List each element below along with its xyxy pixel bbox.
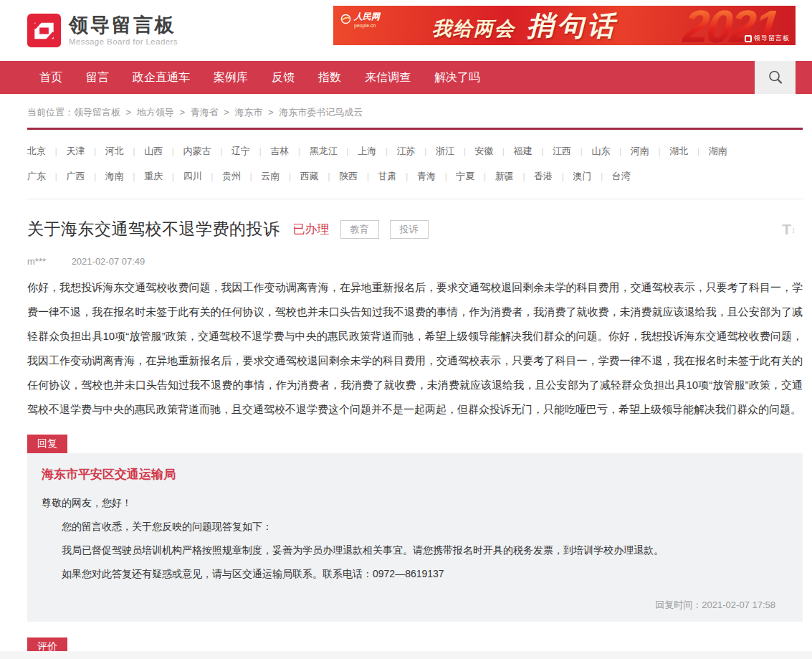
nav-item[interactable]: 留言: [86, 61, 109, 94]
breadcrumb: 当前位置：领导留言板地方领导青海省海东市海东市委书记鸟成云: [0, 94, 812, 119]
region-link[interactable]: 安徽: [474, 146, 513, 156]
region-links: 北京天津河北山西内蒙古辽宁吉林黑龙江上海江苏浙江安徽福建江西山东河南湖北湖南 广…: [27, 130, 803, 199]
nav-item[interactable]: 来信调查: [365, 61, 411, 94]
reply-paragraph: 我局已督促驾驶员培训机构严格按照规章制度，妥善为学员办理退款相关事宜。请您携带报…: [42, 539, 785, 562]
region-link[interactable]: 西藏: [300, 171, 339, 181]
nav-item[interactable]: 指数: [318, 61, 341, 94]
region-link[interactable]: 青海: [417, 171, 456, 181]
reply-paragraph: 如果您对此答复还有疑惑或意见，请与区交通运输局联系。联系电话：0972—8619…: [42, 562, 785, 586]
banner-source-domain: people.cn: [354, 23, 380, 28]
nav-item[interactable]: 首页: [39, 61, 62, 94]
region-link[interactable]: 河南: [631, 146, 669, 156]
region-link[interactable]: 澳门: [573, 171, 611, 181]
search-icon: [768, 70, 783, 85]
region-link[interactable]: 贵州: [222, 171, 261, 181]
breadcrumb-link[interactable]: 海东市: [234, 107, 279, 118]
region-link[interactable]: 新疆: [495, 171, 534, 181]
region-link[interactable]: 河北: [105, 146, 144, 156]
post-meta: m*** 2021-02-07 07:49: [27, 256, 803, 267]
region-link[interactable]: 江苏: [397, 146, 436, 156]
main-nav: 首页留言政企直通车案例库反馈指数来信调查解决了吗: [0, 61, 812, 94]
people-cn-logo: 人民网 people.cn: [340, 9, 380, 28]
reply-greeting: 尊敬的网友，您好！: [42, 491, 785, 515]
region-link[interactable]: 浙江: [436, 146, 474, 156]
status-badge: 已办理: [293, 221, 330, 237]
reply-tab: 回复: [27, 435, 67, 453]
region-link[interactable]: 福建: [514, 146, 553, 156]
region-link[interactable]: 甘肃: [378, 171, 417, 181]
region-link[interactable]: 上海: [358, 146, 396, 156]
breadcrumb-link[interactable]: 地方领导: [137, 107, 191, 118]
post-article: 关于海东交通驾校不退学费的投诉 已办理 教育投诉 T↕ m*** 2021-02…: [27, 199, 803, 422]
breadcrumb-link[interactable]: 领导留言板: [74, 107, 137, 118]
logo-icon: [27, 14, 61, 47]
region-link[interactable]: 宁夏: [456, 171, 495, 181]
banner-ad[interactable]: 人民网 people.cn 我给两会捎句话 2021 领导留言板: [333, 6, 796, 45]
region-link[interactable]: 重庆: [144, 171, 183, 181]
logo-title: 领导留言板: [69, 15, 178, 37]
post-date: 2021-02-07 07:49: [72, 256, 145, 267]
region-link[interactable]: 台湾: [612, 171, 631, 181]
region-link[interactable]: 江西: [553, 146, 591, 156]
breadcrumb-link[interactable]: 海东市委书记鸟成云: [279, 107, 363, 118]
logo-subtitle: Message Board for Leaders: [69, 37, 178, 46]
reply-org: 海东市平安区交通运输局: [42, 466, 785, 483]
region-link[interactable]: 广东: [27, 171, 66, 181]
nav-item[interactable]: 反馈: [272, 61, 295, 94]
region-link[interactable]: 山西: [144, 146, 183, 156]
site-header: 领导留言板 Message Board for Leaders 人民网 peop…: [0, 0, 812, 61]
region-link[interactable]: 云南: [261, 171, 300, 181]
site-logo[interactable]: 领导留言板 Message Board for Leaders: [27, 14, 178, 47]
tag-badge[interactable]: 投诉: [390, 220, 429, 239]
footer-band: [0, 651, 812, 659]
breadcrumb-link[interactable]: 青海省: [191, 107, 235, 118]
post-author: m***: [27, 256, 46, 267]
region-link[interactable]: 湖北: [669, 146, 708, 156]
breadcrumb-label: 当前位置：: [27, 107, 74, 118]
region-link[interactable]: 陕西: [339, 171, 378, 181]
region-link[interactable]: 北京: [27, 146, 66, 156]
nav-items: 首页留言政企直通车案例库反馈指数来信调查解决了吗: [39, 61, 504, 94]
post-tags: 教育投诉: [330, 220, 429, 239]
post-title-row: 关于海东交通驾校不退学费的投诉 已办理 教育投诉 T↕: [27, 218, 803, 240]
globe-icon: [340, 14, 351, 24]
region-link[interactable]: 黑龙江: [310, 146, 358, 156]
nav-item[interactable]: 案例库: [214, 61, 248, 94]
region-row-2: 广东广西海南重庆四川贵州云南西藏陕西甘肃青海宁夏新疆香港澳门台湾: [27, 163, 803, 189]
region-link[interactable]: 湖南: [709, 146, 727, 156]
reply-paragraphs: 您的留言收悉，关于您反映的问题现答复如下：我局已督促驾驶员培训机构严格按照规章制…: [42, 515, 785, 586]
region-link[interactable]: 天津: [66, 146, 105, 156]
brand-square-icon: [745, 35, 752, 42]
reply-panel: 海东市平安区交通运输局 尊敬的网友，您好！ 您的留言收悉，关于您反映的问题现答复…: [27, 453, 803, 622]
region-row-1: 北京天津河北山西内蒙古辽宁吉林黑龙江上海江苏浙江安徽福建江西山东河南湖北湖南: [27, 138, 803, 163]
region-link[interactable]: 四川: [183, 171, 222, 181]
region-link[interactable]: 香港: [534, 171, 573, 181]
region-link[interactable]: 内蒙古: [183, 146, 231, 156]
post-content: 你好，我想投诉海东交通驾校收费问题，我因工作变动调离青海，在异地重新报名后，要求…: [27, 275, 803, 422]
reply-section: 回复 海东市平安区交通运输局 尊敬的网友，您好！ 您的留言收悉，关于您反映的问题…: [27, 435, 803, 622]
search-button[interactable]: [755, 61, 796, 94]
nav-item[interactable]: 解决了吗: [434, 61, 480, 94]
post-title: 关于海东交通驾校不退学费的投诉: [27, 218, 280, 240]
banner-source-name: 人民网: [354, 11, 380, 22]
font-size-icon[interactable]: T↕: [782, 222, 796, 237]
banner-slogan: 我给两会捎句话: [432, 7, 617, 44]
region-link[interactable]: 海南: [105, 171, 144, 181]
banner-brand-logo: 领导留言板: [745, 34, 790, 43]
region-link[interactable]: 广西: [66, 171, 105, 181]
region-link[interactable]: 吉林: [270, 146, 309, 156]
region-link[interactable]: 辽宁: [231, 146, 270, 156]
reply-paragraph: 您的留言收悉，关于您反映的问题现答复如下：: [42, 515, 785, 539]
region-link[interactable]: 山东: [591, 146, 630, 156]
nav-item[interactable]: 政企直通车: [133, 61, 190, 94]
tag-badge[interactable]: 教育: [340, 220, 379, 239]
reply-time: 回复时间：2021-02-07 17:58: [42, 599, 785, 612]
